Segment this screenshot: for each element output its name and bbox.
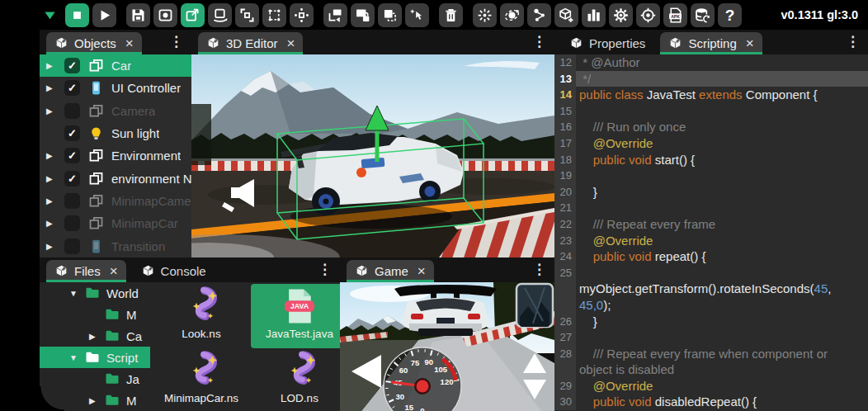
file-tile-lod-ns[interactable]: LOD.ns xyxy=(251,348,340,411)
file-tile-javatest-java[interactable]: JAVAJavaTest.java xyxy=(251,284,340,348)
expand-arrow-icon[interactable]: ▶ xyxy=(46,219,64,228)
code-line[interactable]: myObject.getTransform().rotateInSeconds(… xyxy=(554,281,868,297)
expand-arrow-icon[interactable]: ▼ xyxy=(69,353,84,362)
visibility-checkbox[interactable] xyxy=(64,103,80,119)
expand-arrow-icon[interactable]: ▶ xyxy=(46,174,64,183)
rect-tool-button[interactable] xyxy=(262,3,286,27)
visibility-checkbox[interactable]: ✓ xyxy=(64,58,80,73)
visibility-checkbox[interactable]: ✓ xyxy=(64,148,80,163)
code-line[interactable]: 20 } xyxy=(554,184,868,201)
particles-button[interactable] xyxy=(473,3,497,27)
close-icon[interactable]: × xyxy=(746,36,754,50)
object-row-environment-n[interactable]: ▶✓environment N xyxy=(40,167,191,189)
tab-game[interactable]: Game × xyxy=(347,260,434,282)
code-line[interactable]: 12 * @Author xyxy=(554,54,868,71)
expand-arrow-icon[interactable]: ▶ xyxy=(46,242,64,251)
expand-arrow-icon[interactable]: ▼ xyxy=(69,289,84,298)
tab-objects[interactable]: Objects × xyxy=(46,32,142,54)
3d-viewport[interactable] xyxy=(191,54,554,257)
visibility-checkbox[interactable]: ✓ xyxy=(64,80,80,96)
visibility-checkbox[interactable] xyxy=(64,193,80,209)
lock-button[interactable] xyxy=(351,3,375,27)
object-row-sun-light[interactable]: ✓Sun light xyxy=(40,122,191,144)
editor-menu-icon[interactable]: ⋮ xyxy=(532,30,546,54)
stop-button[interactable] xyxy=(65,3,89,27)
run-dropdown-button[interactable] xyxy=(38,3,62,27)
code-line[interactable]: 18 public void start() { xyxy=(554,152,868,168)
folder-row-ca[interactable]: ▶Ca xyxy=(40,325,150,347)
save-button[interactable] xyxy=(126,3,150,27)
code-line[interactable]: 29 @Override xyxy=(554,378,868,394)
tab-properties[interactable]: Properties xyxy=(561,32,653,54)
gizmo-settings-button[interactable] xyxy=(636,3,660,27)
code-line[interactable]: 15 xyxy=(554,103,868,120)
visibility-checkbox[interactable]: ✓ xyxy=(64,125,80,141)
code-editor[interactable]: 12 * @Author13 */14public class JavaTest… xyxy=(554,54,868,411)
expand-arrow-icon[interactable]: ▶ xyxy=(46,61,64,70)
file-tile-minimapcar-ns[interactable]: MinimapCar.ns xyxy=(155,348,248,411)
paste-button[interactable] xyxy=(378,3,402,27)
rotate-tool-button[interactable] xyxy=(208,3,232,27)
object-row-car[interactable]: ▶✓Car xyxy=(40,54,191,77)
files-menu-icon[interactable]: ⋮ xyxy=(318,257,332,282)
folder-row-ja[interactable]: Ja xyxy=(40,368,150,390)
code-line[interactable]: 24 public void repeat() { xyxy=(554,248,868,265)
expand-arrow-icon[interactable]: ▶ xyxy=(46,83,64,92)
joints-button[interactable] xyxy=(527,3,551,27)
help-button[interactable]: ? xyxy=(718,3,742,27)
visibility-checkbox[interactable] xyxy=(64,215,80,231)
orbit-button[interactable] xyxy=(500,3,524,27)
code-line[interactable]: 16 /// Run only once xyxy=(554,119,868,135)
code-line[interactable]: 26 } xyxy=(554,314,868,330)
add-object-button[interactable] xyxy=(554,3,578,27)
file-tile-look-ns[interactable]: Look.ns xyxy=(155,284,248,348)
play-button[interactable] xyxy=(92,3,116,27)
object-row-camera[interactable]: ▶Camera xyxy=(40,100,191,122)
scale-tool-button[interactable] xyxy=(235,3,259,27)
expand-arrow-icon[interactable]: ▶ xyxy=(89,332,104,341)
view-mode-button[interactable] xyxy=(153,3,177,27)
close-icon[interactable]: × xyxy=(417,264,426,278)
database-sync-button[interactable] xyxy=(691,3,715,27)
code-line[interactable]: 22 /// Repeat every frame xyxy=(554,216,868,233)
export-apk-button[interactable]: APK xyxy=(663,3,687,27)
tab-files[interactable]: Files × xyxy=(46,260,126,282)
object-row-minimapcame[interactable]: ▶MinimapCame xyxy=(40,190,191,212)
object-row-minimapcar[interactable]: ▶MinimapCar xyxy=(40,212,191,234)
code-line[interactable]: object is disabled xyxy=(554,361,868,378)
visibility-checkbox[interactable]: ✓ xyxy=(64,171,80,187)
pivot-tool-button[interactable] xyxy=(290,3,314,27)
object-row-environment[interactable]: ▶✓Environment xyxy=(40,144,191,167)
code-line[interactable]: 19 xyxy=(554,168,868,184)
object-row-transition[interactable]: ▶Transition xyxy=(40,234,191,257)
code-line[interactable]: 45,0); xyxy=(554,297,868,314)
delete-button[interactable] xyxy=(439,3,463,27)
folder-row-m[interactable]: ▶M xyxy=(40,390,150,411)
folder-row-m[interactable]: M xyxy=(40,304,150,325)
object-row-ui-controller[interactable]: ▶✓UI Controller xyxy=(40,77,191,99)
expand-arrow-icon[interactable]: ▶ xyxy=(46,196,64,206)
code-line[interactable]: 21 xyxy=(554,200,868,216)
close-icon[interactable]: × xyxy=(110,264,118,278)
touch-select-button[interactable] xyxy=(405,3,429,27)
code-line[interactable]: 25 xyxy=(554,265,868,281)
tab-3d-editor[interactable]: 3D Editor × xyxy=(198,32,303,54)
folder-row-script[interactable]: ▼Script xyxy=(40,347,150,368)
code-line[interactable]: 17 @Override xyxy=(554,135,868,152)
game-menu-icon[interactable]: ⋮ xyxy=(532,257,546,282)
scripting-menu-icon[interactable]: ⋮ xyxy=(846,30,860,54)
code-line[interactable]: 13 */ xyxy=(554,71,868,87)
close-icon[interactable]: × xyxy=(287,36,295,50)
expand-arrow-icon[interactable]: ▶ xyxy=(46,151,64,160)
code-line[interactable]: 28 /// Repeat every frame when component… xyxy=(554,346,868,362)
visibility-checkbox[interactable] xyxy=(64,239,80,254)
duplicate-button[interactable] xyxy=(323,3,347,27)
tab-scripting[interactable]: Scripting × xyxy=(660,32,762,54)
settings-button[interactable] xyxy=(609,3,633,27)
expand-arrow-icon[interactable]: ▶ xyxy=(46,106,64,116)
expand-arrow-icon[interactable]: ▶ xyxy=(89,396,104,405)
code-line[interactable]: 23 @Override xyxy=(554,233,868,249)
close-icon[interactable]: × xyxy=(125,36,134,50)
stats-button[interactable] xyxy=(582,3,606,27)
game-viewport[interactable]: 0153045607590105120 xyxy=(340,282,554,411)
